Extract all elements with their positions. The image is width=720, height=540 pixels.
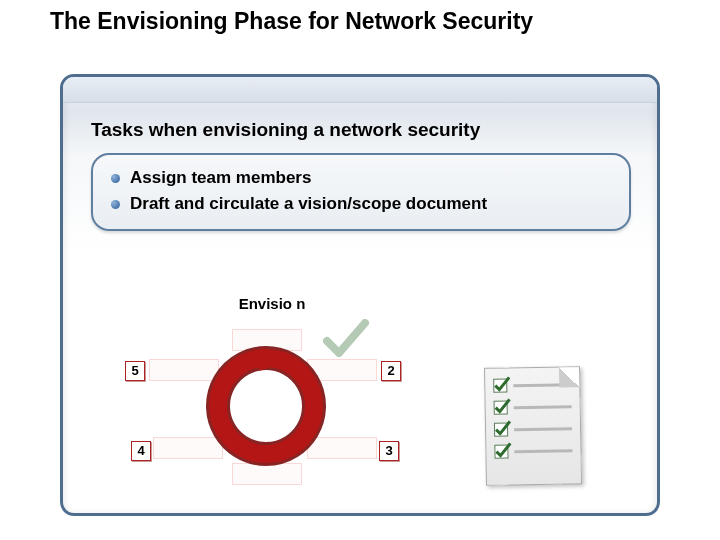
- phase-number-2: 2: [381, 361, 401, 381]
- checkmark-icon: [323, 319, 369, 359]
- text-line-icon: [514, 449, 572, 453]
- bullet-icon: [111, 174, 120, 183]
- cycle-ring-icon: [201, 341, 331, 471]
- phase-number-4: 4: [131, 441, 151, 461]
- task-text: Draft and circulate a vision/scope docum…: [130, 194, 487, 214]
- bullet-icon: [111, 200, 120, 209]
- task-row: Assign team members: [111, 165, 611, 191]
- phase-number-3: 3: [379, 441, 399, 461]
- checkbox-checked-icon: [494, 422, 508, 436]
- text-line-icon: [513, 383, 571, 387]
- frame-header-bar: [63, 77, 657, 103]
- subtitle: Tasks when envisioning a network securit…: [91, 119, 629, 141]
- slide: The Envisioning Phase for Network Securi…: [0, 0, 720, 540]
- checklist-document-icon: [484, 366, 582, 486]
- task-row: Draft and circulate a vision/scope docum…: [111, 191, 611, 217]
- tasks-box: Assign team members Draft and circulate …: [91, 153, 631, 231]
- text-line-icon: [514, 427, 572, 431]
- phase-number-5: 5: [125, 361, 145, 381]
- checkbox-checked-icon: [493, 378, 507, 392]
- cycle-diagram: Envisio n 5 2 4 3: [123, 295, 403, 495]
- envision-label: Envisio n: [235, 295, 309, 313]
- checkbox-checked-icon: [494, 444, 508, 458]
- task-text: Assign team members: [130, 168, 311, 188]
- text-line-icon: [514, 405, 572, 409]
- slide-title: The Envisioning Phase for Network Securi…: [50, 8, 690, 34]
- content-frame: Tasks when envisioning a network securit…: [60, 74, 660, 516]
- checkbox-checked-icon: [494, 400, 508, 414]
- checklist-row: [493, 377, 571, 392]
- checklist-row: [494, 443, 572, 458]
- checklist-row: [494, 399, 572, 414]
- checklist-row: [494, 421, 572, 436]
